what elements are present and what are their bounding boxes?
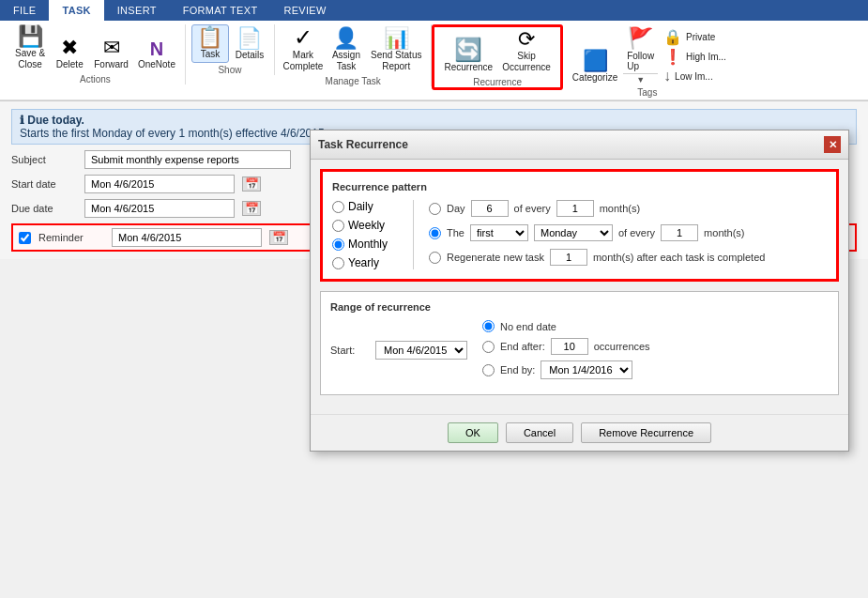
- of-every-label2: of every: [618, 227, 655, 238]
- end-after-radio[interactable]: [482, 341, 495, 353]
- mark-complete-icon: ✓: [294, 26, 312, 49]
- task-button[interactable]: 📋 Task: [191, 24, 229, 63]
- no-end-date-row: No end date: [482, 320, 650, 332]
- dialog-body: Recurrence pattern Daily Weekly: [311, 160, 848, 414]
- recurrence-pattern-section: Recurrence pattern Daily Weekly: [320, 169, 839, 282]
- lock-icon: 🔒: [663, 28, 682, 46]
- day-value-input[interactable]: [471, 200, 509, 217]
- reminder-calendar-button[interactable]: 📅: [269, 230, 288, 245]
- tab-format-text[interactable]: FORMAT TEXT: [170, 0, 271, 21]
- due-date-label: Due date: [11, 203, 77, 214]
- weekly-radio[interactable]: [332, 220, 344, 232]
- categorize-label: Categorize: [572, 72, 617, 84]
- end-after-input[interactable]: [551, 338, 588, 355]
- ok-button[interactable]: OK: [448, 422, 498, 443]
- manage-task-buttons: ✓ MarkComplete 👤 AssignTask 📊 Send Statu…: [281, 24, 425, 74]
- tab-task[interactable]: TASK: [49, 0, 103, 21]
- no-end-label: No end date: [500, 321, 556, 332]
- dialog-titlebar: Task Recurrence ✕: [311, 130, 848, 160]
- start-date-input[interactable]: [84, 175, 235, 193]
- onenote-icon: N: [150, 39, 163, 58]
- monthly-option[interactable]: Monthly: [332, 238, 398, 251]
- daily-radio[interactable]: [332, 201, 344, 213]
- save-icon: 💾: [18, 26, 43, 47]
- follow-up-button[interactable]: 🚩 FollowUp: [623, 24, 658, 73]
- range-end-options: No end date End after: occurrences End b…: [482, 320, 650, 379]
- assign-task-button[interactable]: 👤 AssignTask: [327, 26, 365, 74]
- details-button[interactable]: 📄 Details: [231, 26, 268, 63]
- regenerate-row: Regenerate new task month(s) after each …: [429, 249, 827, 266]
- recurrence-buttons: 🔄 Recurrence ⟳ SkipOccurrence: [440, 27, 554, 75]
- recurrence-label: Recurrence: [473, 77, 522, 87]
- reminder-input[interactable]: [112, 228, 262, 247]
- the-row: The first second third fourth last Monda…: [429, 224, 827, 241]
- follow-up-label: FollowUp: [627, 51, 654, 71]
- follow-up-arrow[interactable]: ▼: [623, 73, 658, 85]
- task-recurrence-dialog: Task Recurrence ✕ Recurrence pattern Dai…: [310, 130, 849, 452]
- due-date-calendar-button[interactable]: 📅: [242, 201, 261, 216]
- task-label: Task: [201, 49, 221, 60]
- start-date-calendar-button[interactable]: 📅: [242, 176, 261, 192]
- regenerate-radio[interactable]: [429, 252, 441, 264]
- reminder-checkbox[interactable]: [19, 232, 31, 244]
- pattern-divider: [413, 200, 414, 269]
- start-date-label: Start date: [11, 178, 77, 190]
- remove-recurrence-button[interactable]: Remove Recurrence: [581, 422, 711, 443]
- low-importance-label: Low Im...: [675, 71, 713, 82]
- save-close-label: Save &Close: [15, 48, 45, 70]
- end-by-select[interactable]: Mon 1/4/2016: [541, 360, 632, 379]
- onenote-button[interactable]: N OneNote: [134, 38, 179, 72]
- range-start-label: Start:: [330, 345, 368, 356]
- tab-insert[interactable]: INSERT: [104, 0, 170, 21]
- low-importance-row: ↓ Low Im...: [663, 67, 726, 85]
- tab-file[interactable]: FILE: [0, 0, 49, 21]
- details-label: Details: [236, 50, 265, 61]
- regenerate-value-input[interactable]: [550, 249, 587, 266]
- of-every-value2-input[interactable]: [661, 224, 698, 241]
- high-importance-label: High Im...: [686, 52, 726, 62]
- ribbon-body: 💾 Save &Close ✖ Delete ✉ Forward N OneNo…: [0, 21, 868, 100]
- pattern-details: Day of every month(s) The first: [429, 200, 827, 269]
- monthly-radio[interactable]: [332, 238, 344, 251]
- of-every-value1-input[interactable]: [556, 200, 594, 217]
- assign-task-label: AssignTask: [332, 50, 360, 72]
- categorize-button[interactable]: 🟦 Categorize: [569, 49, 621, 85]
- tags-buttons: 🟦 Categorize 🚩 FollowUp ▼ 🔒 Private: [569, 24, 726, 85]
- end-by-label: End by:: [500, 364, 535, 376]
- send-status-button[interactable]: 📊 Send StatusReport: [367, 26, 425, 74]
- tab-review[interactable]: REVIEW: [270, 0, 339, 21]
- subject-input[interactable]: [84, 150, 291, 169]
- cancel-button[interactable]: Cancel: [506, 422, 573, 443]
- yearly-option[interactable]: Yearly: [332, 256, 398, 269]
- end-by-row: End by: Mon 1/4/2016: [482, 360, 650, 379]
- weekly-option[interactable]: Weekly: [332, 219, 398, 232]
- send-status-label: Send StatusReport: [371, 50, 421, 72]
- yearly-radio[interactable]: [332, 257, 344, 269]
- mark-complete-button[interactable]: ✓ MarkComplete: [281, 24, 326, 74]
- task-icon: 📋: [197, 27, 222, 48]
- pattern-options: Daily Weekly Monthly Yearly: [332, 200, 398, 269]
- no-end-date-radio[interactable]: [482, 320, 495, 332]
- dialog-buttons: OK Cancel Remove Recurrence: [311, 414, 848, 451]
- of-every-label1: of every: [514, 203, 551, 214]
- day-sub-radio[interactable]: [429, 203, 441, 215]
- save-close-button[interactable]: 💾 Save &Close: [11, 24, 49, 72]
- delete-button[interactable]: ✖ Delete: [51, 36, 88, 72]
- months-label1: month(s): [600, 203, 640, 214]
- weekday-select[interactable]: Monday Tuesday Wednesday Thursday Friday…: [534, 224, 613, 241]
- skip-occurrence-button[interactable]: ⟳ SkipOccurrence: [498, 27, 555, 75]
- dialog-close-button[interactable]: ✕: [824, 136, 841, 153]
- forward-button[interactable]: ✉ Forward: [90, 36, 132, 72]
- recurrence-button[interactable]: 🔄 Recurrence: [440, 37, 496, 75]
- recurrence-icon: 🔄: [454, 38, 482, 61]
- daily-option[interactable]: Daily: [332, 200, 398, 213]
- recurrence-label: Recurrence: [444, 62, 493, 73]
- the-first-select[interactable]: first second third fourth last: [470, 224, 528, 241]
- range-start-select[interactable]: Mon 4/6/2015: [375, 341, 467, 360]
- the-sub-radio[interactable]: [429, 227, 441, 239]
- end-by-radio[interactable]: [482, 364, 495, 376]
- daily-label: Daily: [348, 200, 373, 213]
- due-date-input[interactable]: [84, 199, 235, 218]
- actions-buttons: 💾 Save &Close ✖ Delete ✉ Forward N OneNo…: [11, 24, 179, 72]
- ribbon: FILE TASK INSERT FORMAT TEXT REVIEW 💾 Sa…: [0, 0, 868, 101]
